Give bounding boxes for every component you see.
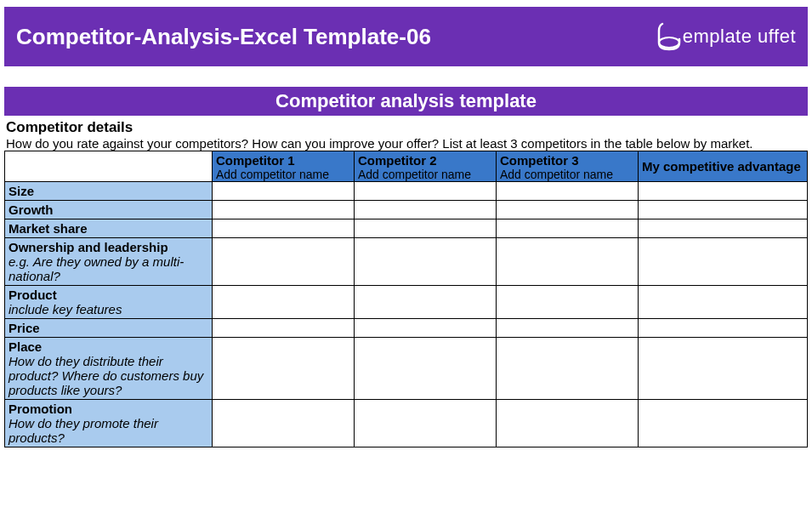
table-cell[interactable] [213,400,355,447]
svg-point-0 [659,37,679,48]
table-cell[interactable] [213,286,355,319]
comp3-title: Competitor 3 [500,153,634,168]
column-header-comp3[interactable]: Competitor 3 Add competitor name [497,151,639,182]
table-row: Growth [5,201,808,219]
table-cell[interactable] [639,182,808,201]
row-label-sub: How do they distribute their product? Wh… [9,354,208,397]
table-cell[interactable] [639,238,808,286]
section-description: How do you rate against your competitors… [6,136,808,151]
header-bar: Competitor-Analysis-Excel Template-06 em… [4,7,808,66]
comp1-title: Competitor 1 [216,153,350,168]
table-cell[interactable] [213,182,355,201]
table-row: Productinclude key features [5,286,808,319]
section-title: Competitor details [6,119,808,136]
table-cell[interactable] [639,338,808,400]
table-cell[interactable] [213,338,355,400]
row-label-main: Product [9,288,208,302]
table-cell[interactable] [497,286,639,319]
table-cell[interactable] [497,238,639,286]
logo: emplate uffet [657,22,796,51]
table-cell[interactable] [497,219,639,238]
table-cell[interactable] [355,219,497,238]
table-cell[interactable] [497,400,639,447]
logo-text: emplate uffet [683,26,796,48]
row-label: Price [5,319,213,338]
comp2-title: Competitor 2 [358,153,492,168]
competitor-table: Competitor 1 Add competitor name Competi… [4,151,808,447]
row-label-main: Growth [9,202,208,217]
table-cell[interactable] [639,286,808,319]
table-cell[interactable] [355,182,497,201]
row-label-main: Market share [9,221,208,236]
row-label: PlaceHow do they distribute their produc… [5,338,213,400]
comp3-hint: Add competitor name [500,168,634,181]
table-row: PlaceHow do they distribute their produc… [5,338,808,400]
column-header-comp2[interactable]: Competitor 2 Add competitor name [355,151,497,182]
table-row: Size [5,182,808,201]
table-cell[interactable] [497,319,639,338]
table-cell[interactable] [639,201,808,219]
table-cell[interactable] [497,338,639,400]
row-label-sub: include key features [9,302,208,316]
column-header-comp1[interactable]: Competitor 1 Add competitor name [213,151,355,182]
row-label-main: Place [9,339,208,354]
row-label-sub: e.g. Are they owned by a multi-national? [9,254,208,283]
table-cell[interactable] [639,319,808,338]
table-cell[interactable] [213,319,355,338]
table-corner [5,151,213,182]
table-cell[interactable] [639,400,808,447]
row-label-main: Size [9,184,208,198]
table-row: Price [5,319,808,338]
table-cell[interactable] [213,201,355,219]
row-label: Size [5,182,213,201]
row-label-main: Ownership and leadership [9,240,208,254]
comp1-hint: Add competitor name [216,168,350,181]
table-cell[interactable] [213,219,355,238]
table-cell[interactable] [355,319,497,338]
logo-icon [657,22,681,51]
row-label-main: Promotion [9,402,208,416]
comp2-hint: Add competitor name [358,168,492,181]
table-row: Market share [5,219,808,238]
table-cell[interactable] [213,238,355,286]
table-cell[interactable] [355,238,497,286]
column-header-advantage: My competitive advantage [639,151,808,182]
page-title: Competitor-Analysis-Excel Template-06 [16,24,431,50]
row-label: Market share [5,219,213,238]
table-cell[interactable] [497,201,639,219]
table-row: PromotionHow do they promote their produ… [5,400,808,447]
table-cell[interactable] [355,338,497,400]
row-label: Ownership and leadershipe.g. Are they ow… [5,238,213,286]
table-cell[interactable] [497,182,639,201]
row-label: Productinclude key features [5,286,213,319]
table-cell[interactable] [355,286,497,319]
row-label-sub: How do they promote their products? [9,416,208,445]
table-cell[interactable] [355,400,497,447]
table-cell[interactable] [355,201,497,219]
row-label-main: Price [9,321,208,335]
table-cell[interactable] [639,219,808,238]
table-row: Ownership and leadershipe.g. Are they ow… [5,238,808,286]
subtitle-bar: Competitor analysis template [4,87,808,116]
row-label: Growth [5,201,213,219]
row-label: PromotionHow do they promote their produ… [5,400,213,447]
